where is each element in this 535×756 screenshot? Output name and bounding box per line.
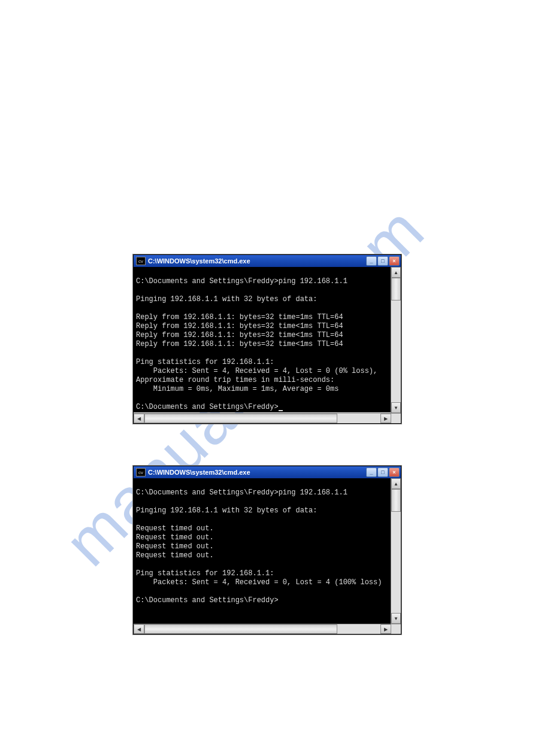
window-title: C:\WINDOWS\system32\cmd.exe [148,257,366,265]
scroll-thumb[interactable] [391,278,401,300]
horizontal-scrollbar[interactable]: ◀ ▶ [134,624,391,634]
scroll-thumb[interactable] [144,414,337,423]
cmd-icon: cv [136,468,146,476]
terminal-line: Minimum = 0ms, Maximum = 1ms, Average = … [136,385,338,393]
minimize-button[interactable]: _ [366,256,377,266]
scroll-thumb[interactable] [144,624,337,634]
terminal-line: C:\Documents and Settings\Freddy>ping 19… [136,488,347,497]
cmd-window-timeout: cv C:\WINDOWS\system32\cmd.exe _ □ × C:\… [133,466,401,634]
terminal-line: Request timed out. [136,533,214,542]
terminal-line: Packets: Sent = 4, Received = 4, Lost = … [136,367,377,375]
scroll-track[interactable] [144,414,380,423]
terminal-line: C:\Documents and Settings\Freddy> [136,596,279,605]
scroll-corner [391,413,401,423]
titlebar[interactable]: cv C:\WINDOWS\system32\cmd.exe _ □ × [134,255,401,267]
terminal-line: Reply from 192.168.1.1: bytes=32 time<1m… [136,322,343,330]
maximize-button[interactable]: □ [377,467,388,477]
terminal-line: Ping statistics for 192.168.1.1: [136,358,274,366]
terminal-line: Approximate round trip times in milli-se… [136,376,334,384]
cmd-icon: cv [136,257,146,265]
scroll-down-button[interactable]: ▼ [391,402,401,413]
scroll-track[interactable] [391,489,401,613]
scroll-up-button[interactable]: ▲ [391,267,401,278]
terminal-line: Request timed out. [136,551,214,560]
terminal-output: C:\Documents and Settings\Freddy>ping 19… [134,478,401,616]
window-controls: _ □ × [366,467,400,477]
cmd-window-success: cv C:\WINDOWS\system32\cmd.exe _ □ × C:\… [133,254,401,424]
scroll-track[interactable] [391,278,401,402]
close-button[interactable]: × [389,467,400,477]
terminal-line: Request timed out. [136,524,214,533]
scroll-left-button[interactable]: ◀ [134,624,144,634]
titlebar[interactable]: cv C:\WINDOWS\system32\cmd.exe _ □ × [134,466,401,478]
close-button[interactable]: × [389,256,400,266]
maximize-button[interactable]: □ [377,256,388,266]
scroll-up-button[interactable]: ▲ [391,478,401,489]
scroll-down-button[interactable]: ▼ [391,613,401,624]
terminal-line: Ping statistics for 192.168.1.1: [136,569,274,578]
scroll-thumb[interactable] [391,489,401,512]
horizontal-scrollbar[interactable]: ◀ ▶ [134,413,391,423]
terminal-line: Reply from 192.168.1.1: bytes=32 time<1m… [136,340,343,348]
vertical-scrollbar[interactable]: ▲ ▼ [391,478,401,624]
scroll-left-button[interactable]: ◀ [134,414,144,423]
minimize-button[interactable]: _ [366,467,377,477]
terminal-line: Packets: Sent = 4, Received = 0, Lost = … [136,578,382,587]
terminal-line: C:\Documents and Settings\Freddy>ping 19… [136,277,347,286]
terminal-output: C:\Documents and Settings\Freddy>ping 19… [134,267,401,412]
scroll-right-button[interactable]: ▶ [380,414,391,423]
vertical-scrollbar[interactable]: ▲ ▼ [391,267,401,413]
terminal-line: C:\Documents and Settings\Freddy> [136,403,279,411]
terminal-line: Pinging 192.168.1.1 with 32 bytes of dat… [136,295,317,303]
terminal-line: Reply from 192.168.1.1: bytes=32 time<1m… [136,331,343,339]
terminal-line: Reply from 192.168.1.1: bytes=32 time=1m… [136,313,343,321]
terminal-line: Request timed out. [136,542,214,551]
window-title: C:\WINDOWS\system32\cmd.exe [148,469,366,476]
terminal-line: Pinging 192.168.1.1 with 32 bytes of dat… [136,506,317,515]
scroll-right-button[interactable]: ▶ [380,624,391,634]
cursor-icon [279,410,283,411]
scroll-track[interactable] [144,624,380,634]
window-controls: _ □ × [366,256,400,266]
scroll-corner [391,624,401,634]
